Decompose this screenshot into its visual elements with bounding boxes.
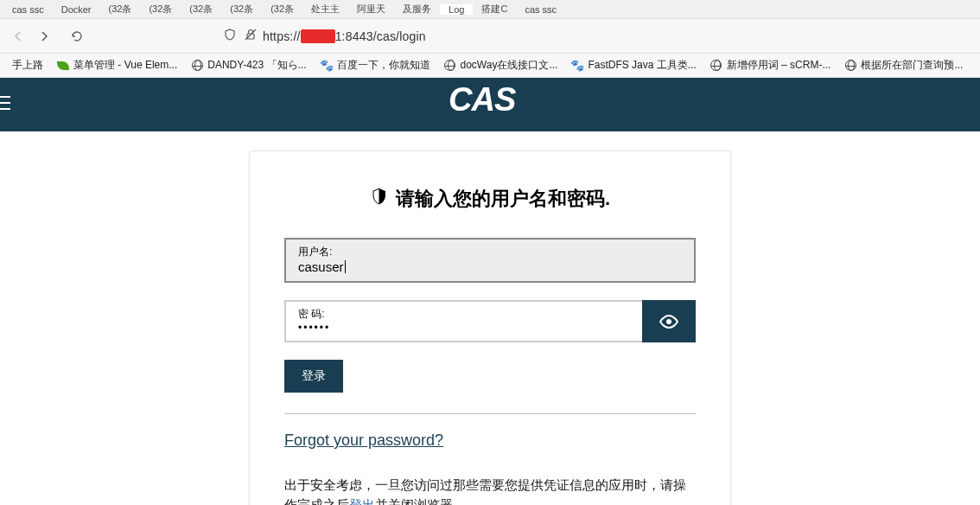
browser-tab[interactable]: 阿里天 bbox=[348, 3, 394, 16]
browser-toolbar: https://xxxxx1:8443/cas/login bbox=[0, 19, 980, 54]
text-cursor bbox=[345, 260, 346, 273]
menu-icon[interactable] bbox=[0, 94, 21, 115]
password-field[interactable]: 密 码: •••••• bbox=[284, 300, 642, 342]
bookmark-item[interactable]: 新增停用词 – sCRM-... bbox=[705, 55, 837, 75]
bookmark-item[interactable]: 菜单管理 - Vue Elem... bbox=[52, 55, 182, 75]
bookmark-item[interactable]: DANDY-423 「知ら... bbox=[186, 55, 311, 75]
password-label: 密 码: bbox=[298, 307, 630, 322]
browser-tab[interactable]: cas ssc bbox=[3, 4, 53, 15]
globe-icon bbox=[710, 60, 722, 72]
browser-tab[interactable]: (32条 bbox=[140, 3, 181, 16]
globe-icon bbox=[844, 60, 856, 72]
forward-button[interactable] bbox=[36, 29, 52, 44]
svg-point-6 bbox=[666, 319, 671, 324]
browser-tab[interactable]: cas ssc bbox=[516, 4, 565, 15]
browser-tabs-strip: cas ssc Docker (32条 (32条 (32条 (32条 (32条 … bbox=[0, 0, 980, 19]
shield-icon bbox=[223, 28, 237, 45]
url-bar[interactable]: https://xxxxx1:8443/cas/login bbox=[216, 23, 970, 49]
username-field[interactable]: 用户名: casuser bbox=[284, 238, 696, 283]
bookmark-item[interactable]: 🐾 FastDFS Java 工具类... bbox=[566, 55, 701, 75]
bookmark-item[interactable]: docWay在线接口文... bbox=[439, 55, 563, 75]
show-password-button[interactable] bbox=[642, 300, 696, 342]
browser-tab-active[interactable]: Log bbox=[440, 4, 473, 15]
username-input[interactable]: casuser bbox=[298, 259, 344, 274]
url-redacted: xxxxx bbox=[301, 29, 335, 43]
browser-tab[interactable]: 及服务 bbox=[394, 3, 440, 16]
logout-link[interactable]: 登出 bbox=[349, 497, 375, 506]
browser-tab[interactable]: Docker bbox=[53, 4, 100, 15]
cas-header: CAS bbox=[0, 78, 980, 131]
browser-tab[interactable]: (32条 bbox=[181, 3, 221, 16]
divider bbox=[284, 413, 696, 414]
lock-icon bbox=[244, 28, 258, 45]
bookmarks-bar: 手上路 菜单管理 - Vue Elem... DANDY-423 「知ら... … bbox=[0, 54, 980, 78]
svg-text:CAS: CAS bbox=[449, 81, 516, 118]
browser-tab[interactable]: (32条 bbox=[262, 3, 302, 16]
reload-button[interactable] bbox=[69, 29, 85, 44]
login-heading: 请输入您的用户名和密码. bbox=[284, 186, 696, 212]
paw-icon: 🐾 bbox=[321, 60, 333, 72]
login-button[interactable]: 登录 bbox=[284, 360, 343, 393]
cas-logo: CAS bbox=[449, 80, 531, 130]
username-label: 用户名: bbox=[298, 245, 682, 259]
password-input[interactable]: •••••• bbox=[298, 322, 630, 334]
globe-icon bbox=[444, 60, 456, 72]
browser-tab[interactable]: (32条 bbox=[221, 3, 262, 16]
globe-icon bbox=[191, 60, 203, 72]
bookmark-item[interactable]: 手上路 bbox=[7, 55, 48, 75]
shield-icon bbox=[370, 187, 389, 211]
browser-tab[interactable]: 搭建C bbox=[473, 3, 516, 16]
browser-tab[interactable]: 处主主 bbox=[302, 3, 348, 16]
back-button[interactable] bbox=[10, 29, 26, 44]
security-notice: 出于安全考虑，一旦您访问过那些需要您提供凭证信息的应用时，请操作完成之后登出并关… bbox=[284, 476, 696, 505]
browser-tab[interactable]: (32条 bbox=[100, 3, 141, 16]
bookmark-item[interactable]: 根据所在部门查询预... bbox=[839, 55, 968, 75]
paw-icon: 🐾 bbox=[571, 60, 583, 72]
bookmark-item[interactable]: 🐾 百度一下，你就知道 bbox=[315, 55, 436, 75]
url-text: https://xxxxx1:8443/cas/login bbox=[263, 29, 426, 43]
leaf-icon bbox=[57, 60, 69, 72]
forgot-password-link[interactable]: Forgot your password? bbox=[284, 431, 443, 450]
login-card: 请输入您的用户名和密码. 用户名: casuser 密 码: •••••• 登录… bbox=[249, 150, 731, 505]
